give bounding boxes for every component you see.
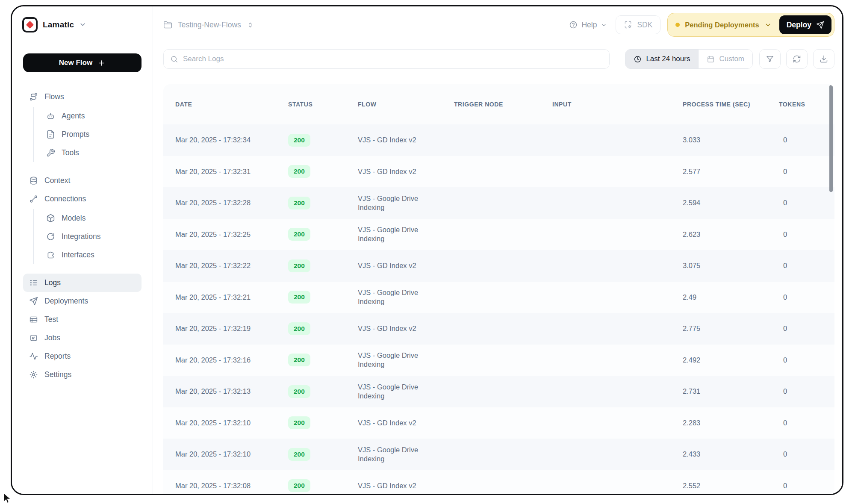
status-badge: 200	[288, 291, 310, 304]
sidebar-item-label: Tools	[62, 148, 79, 157]
cell-flow: VJS - GD Index v2	[358, 261, 445, 270]
send-icon	[816, 21, 824, 29]
cell-status: 200	[288, 448, 358, 461]
column-header-process-time: PROCESS TIME (SEC)	[683, 101, 779, 108]
activity-icon	[29, 352, 38, 361]
sidebar-item-models[interactable]: Models	[45, 209, 142, 227]
project-selector[interactable]: Testing-New-Flows	[163, 21, 254, 29]
deploy-label: Deploy	[787, 21, 811, 29]
cell-process-time: 2.594	[683, 199, 779, 207]
sdk-label: SDK	[637, 21, 652, 29]
sidebar-item-test[interactable]: Test	[23, 310, 142, 329]
table-header-row: DATE STATUS FLOW TRIGGER NODE INPUT PROC…	[163, 84, 834, 124]
table-row[interactable]: Mar 20, 2025 - 17:32:21200VJS - Google D…	[163, 282, 834, 313]
search-input[interactable]	[183, 55, 603, 63]
flows-icon	[29, 92, 38, 101]
cell-flow: VJS - Google Drive Indexing	[358, 445, 445, 463]
status-badge: 200	[288, 228, 310, 241]
sidebar-item-integrations[interactable]: Integrations	[45, 227, 142, 246]
chevron-down-icon[interactable]	[764, 21, 772, 29]
cell-date: Mar 20, 2025 - 17:32:28	[175, 199, 288, 207]
sidebar-body: New Flow FlowsAgentsPromptsToolsContextC…	[12, 43, 153, 494]
cell-date: Mar 20, 2025 - 17:32:13	[175, 387, 288, 395]
document-icon	[46, 130, 55, 139]
cell-status: 200	[288, 322, 358, 335]
sidebar-item-label: Prompts	[62, 130, 89, 139]
help-menu[interactable]: Help	[569, 21, 607, 29]
sidebar-item-label: Jobs	[44, 333, 60, 342]
deploy-button[interactable]: Deploy	[779, 15, 831, 34]
sidebar-item-jobs[interactable]: Jobs	[23, 329, 142, 347]
pending-deployments-pill[interactable]: Pending Deployments Deploy	[667, 13, 834, 37]
refresh-icon	[793, 55, 801, 63]
sidebar-item-label: Test	[44, 315, 58, 324]
table-row[interactable]: Mar 20, 2025 - 17:32:10200VJS - GD Index…	[163, 407, 834, 439]
cell-tokens: 0	[779, 136, 834, 144]
cell-process-time: 2.552	[683, 482, 779, 490]
sidebar-item-tools[interactable]: Tools	[45, 144, 142, 162]
sidebar-item-reports[interactable]: Reports	[23, 347, 142, 365]
refresh-button[interactable]	[786, 49, 808, 69]
vertical-scrollbar[interactable]	[829, 85, 833, 192]
sidebar-item-label: Interfaces	[62, 251, 94, 259]
table-row[interactable]: Mar 20, 2025 - 17:32:10200VJS - Google D…	[163, 439, 834, 470]
cell-date: Mar 20, 2025 - 17:32:19	[175, 324, 288, 333]
sidebar-item-settings[interactable]: Settings	[23, 365, 142, 384]
cell-flow: VJS - Google Drive Indexing	[358, 194, 445, 212]
column-header-input: INPUT	[552, 101, 683, 108]
wrench-icon	[46, 148, 55, 157]
cell-date: Mar 20, 2025 - 17:32:31	[175, 168, 288, 176]
chevron-down-icon	[79, 21, 86, 28]
table-row[interactable]: Mar 20, 2025 - 17:32:08200VJS - GD Index…	[163, 470, 834, 494]
workspace-switcher[interactable]: Lamatic	[12, 6, 153, 43]
status-badge: 200	[288, 416, 310, 429]
sidebar-item-connections[interactable]: Connections	[23, 190, 142, 208]
table-row[interactable]: Mar 20, 2025 - 17:32:13200VJS - Google D…	[163, 376, 834, 407]
table-row[interactable]: Mar 20, 2025 - 17:32:34200VJS - GD Index…	[163, 124, 834, 156]
cell-tokens: 0	[779, 262, 834, 270]
cell-date: Mar 20, 2025 - 17:32:16	[175, 356, 288, 364]
cell-process-time: 2.283	[683, 419, 779, 427]
table-row[interactable]: Mar 20, 2025 - 17:32:19200VJS - GD Index…	[163, 313, 834, 345]
cell-status: 200	[288, 416, 358, 429]
download-button[interactable]	[813, 49, 834, 69]
help-label: Help	[581, 21, 597, 29]
sidebar-item-interfaces[interactable]: Interfaces	[45, 246, 142, 264]
sidebar-item-context[interactable]: Context	[23, 171, 142, 190]
new-flow-button[interactable]: New Flow	[23, 53, 142, 72]
mouse-cursor	[0, 491, 14, 504]
sidebar-item-label: Integrations	[62, 232, 100, 241]
sidebar-item-logs[interactable]: Logs	[23, 274, 142, 292]
cell-status: 200	[288, 165, 358, 178]
cell-flow: VJS - GD Index v2	[358, 481, 445, 490]
column-header-trigger-node: TRIGGER NODE	[454, 101, 552, 108]
range-last-24-hours-button[interactable]: Last 24 hours	[625, 50, 698, 68]
app-window: Lamatic New Flow FlowsAgentsPromptsTools…	[11, 5, 843, 495]
sdk-button[interactable]: SDK	[616, 15, 660, 34]
new-flow-label: New Flow	[59, 59, 92, 67]
table-row[interactable]: Mar 20, 2025 - 17:32:25200VJS - Google D…	[163, 219, 834, 251]
table-row[interactable]: Mar 20, 2025 - 17:32:31200VJS - GD Index…	[163, 156, 834, 188]
database-icon	[29, 176, 38, 185]
table-row[interactable]: Mar 20, 2025 - 17:32:22200VJS - GD Index…	[163, 250, 834, 282]
sidebar-item-flows[interactable]: Flows	[23, 88, 142, 106]
cell-tokens: 0	[779, 324, 834, 333]
sidebar-item-prompts[interactable]: Prompts	[45, 125, 142, 144]
search-box[interactable]	[163, 49, 610, 69]
range-custom-button[interactable]: Custom	[698, 50, 752, 68]
sidebar-item-agents[interactable]: Agents	[45, 107, 142, 125]
cell-process-time: 3.075	[683, 262, 779, 270]
selector-icon	[247, 21, 254, 29]
column-header-tokens: TOKENS	[779, 101, 834, 108]
filter-button[interactable]	[759, 49, 781, 69]
cell-date: Mar 20, 2025 - 17:32:10	[175, 419, 288, 427]
sidebar-item-deployments[interactable]: Deployments	[23, 292, 142, 310]
table-row[interactable]: Mar 20, 2025 - 17:32:28200VJS - Google D…	[163, 187, 834, 219]
main-panel: Testing-New-Flows Help SDK Pending Deplo…	[153, 6, 842, 494]
pending-deployments-label: Pending Deployments	[685, 21, 759, 29]
sidebar: Lamatic New Flow FlowsAgentsPromptsTools…	[12, 6, 153, 494]
cell-process-time: 2.775	[683, 324, 779, 333]
search-icon	[170, 55, 178, 63]
sidebar-item-label: Logs	[44, 278, 61, 287]
table-row[interactable]: Mar 20, 2025 - 17:32:16200VJS - Google D…	[163, 345, 834, 376]
